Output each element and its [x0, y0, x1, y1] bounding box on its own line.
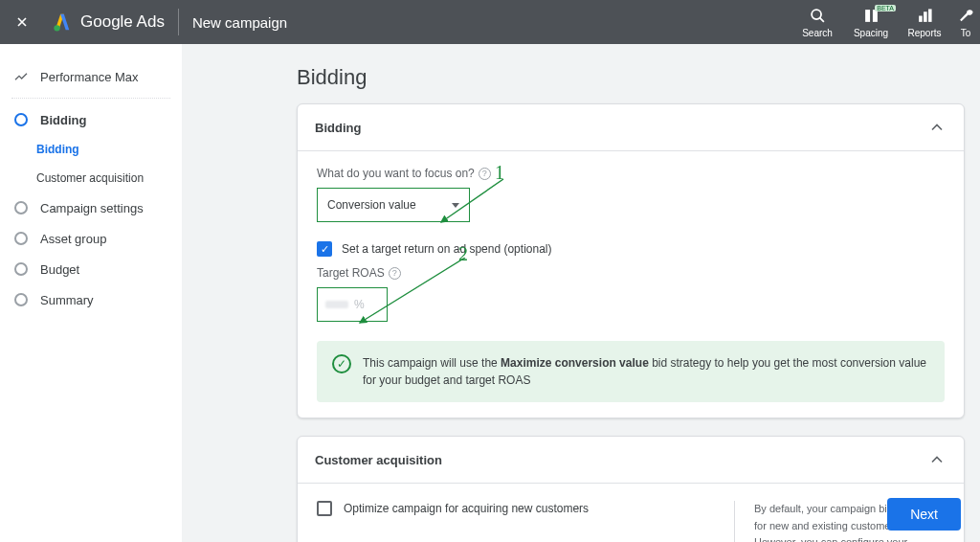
card-title: Customer acquisition: [315, 453, 442, 467]
tool-settings[interactable]: To: [951, 7, 980, 38]
reports-icon: [917, 8, 933, 24]
progress-icon: [13, 112, 29, 127]
help-icon[interactable]: ?: [479, 168, 491, 180]
sidebar-label: Budget: [40, 262, 79, 277]
beta-badge: BETA: [875, 5, 896, 11]
svg-point-1: [812, 10, 821, 19]
svg-rect-2: [865, 10, 870, 22]
optimize-label: Optimize campaign for acquiring new cust…: [344, 502, 589, 515]
check-circle-icon: ✓: [332, 354, 351, 373]
sidebar: Performance Max Bidding Bidding Customer…: [0, 44, 182, 542]
target-roas-label: Set a target return on ad spend (optiona…: [342, 242, 551, 256]
svg-rect-4: [919, 16, 923, 22]
dropdown-icon: [452, 203, 459, 208]
sidebar-item-pmax[interactable]: Performance Max: [0, 61, 182, 92]
brand-text: Google Ads: [80, 12, 165, 32]
roas-input[interactable]: %: [317, 287, 388, 322]
strategy-info: ✓ This campaign will use the Maximize co…: [317, 341, 945, 402]
svg-point-0: [54, 25, 59, 31]
bidding-card-header[interactable]: Bidding: [298, 104, 964, 151]
roas-unit: %: [354, 298, 365, 311]
focus-label: What do you want to focus on?: [317, 167, 475, 180]
next-button[interactable]: Next: [887, 498, 961, 531]
tool-search[interactable]: Search: [791, 7, 844, 38]
focus-value: Conversion value: [327, 198, 416, 212]
target-roas-checkbox[interactable]: ✓: [317, 241, 332, 257]
svg-rect-5: [924, 11, 927, 22]
header-divider: [178, 9, 179, 35]
sidebar-item-campaign-settings[interactable]: Campaign settings: [0, 192, 182, 223]
close-icon: [14, 14, 30, 30]
tool-spacing[interactable]: BETA Spacing: [844, 7, 898, 38]
sidebar-divider: [11, 98, 170, 99]
sidebar-label: Campaign settings: [40, 201, 144, 215]
app-header: Google Ads New campaign Search BETA Spac…: [0, 0, 980, 44]
sidebar-item-budget[interactable]: Budget: [0, 254, 182, 284]
roas-blur: [325, 301, 348, 308]
chevron-up-icon: [927, 118, 947, 137]
main-content: Bidding Bidding What do you want to focu…: [182, 44, 980, 542]
radio-icon: [13, 231, 29, 246]
optimize-checkbox[interactable]: [317, 501, 332, 516]
sidebar-label: Bidding: [40, 113, 86, 127]
svg-rect-6: [928, 9, 932, 21]
bidding-card: Bidding What do you want to focus on? ? …: [297, 103, 965, 418]
sidebar-item-asset-group[interactable]: Asset group: [0, 223, 182, 254]
sidebar-sub-bidding[interactable]: Bidding: [0, 135, 182, 164]
info-text: This campaign will use the Maximize conv…: [363, 354, 929, 389]
header-tools: Search BETA Spacing Reports To: [791, 0, 980, 44]
sidebar-sub-customer-acquisition[interactable]: Customer acquisition: [0, 164, 182, 192]
sidebar-label: Performance Max: [40, 70, 139, 84]
sidebar-label: Summary: [40, 293, 94, 307]
help-icon[interactable]: ?: [389, 267, 401, 280]
customer-acquisition-card: Customer acquisition Optimize campaign f…: [297, 436, 965, 542]
page-title: New campaign: [185, 14, 287, 31]
search-icon: [810, 8, 826, 24]
wrench-icon: [958, 8, 974, 24]
radio-icon: [13, 200, 29, 215]
radio-icon: [13, 261, 29, 277]
svg-rect-3: [872, 10, 877, 22]
section-heading: Bidding: [297, 65, 965, 90]
chevron-up-icon: [927, 450, 947, 469]
trend-icon: [13, 69, 29, 84]
roas-label: Target ROAS: [317, 266, 385, 280]
sidebar-item-bidding[interactable]: Bidding: [0, 104, 182, 135]
card-title: Bidding: [315, 121, 361, 135]
google-ads-logo-icon: [52, 12, 73, 32]
focus-select[interactable]: Conversion value: [317, 188, 470, 222]
sidebar-label: Asset group: [40, 232, 106, 246]
tool-reports[interactable]: Reports: [898, 7, 951, 38]
radio-icon: [13, 292, 29, 307]
close-button[interactable]: [0, 0, 44, 44]
ca-card-header[interactable]: Customer acquisition: [298, 437, 964, 484]
brand-logo: Google Ads: [44, 12, 172, 32]
sidebar-item-summary[interactable]: Summary: [0, 284, 182, 315]
